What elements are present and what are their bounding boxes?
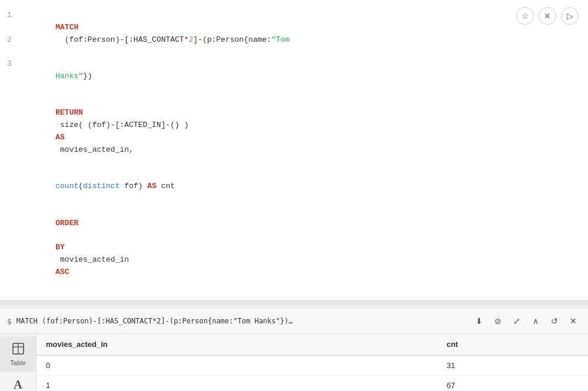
- pin-icon[interactable]: ⊘: [490, 313, 506, 329]
- sidebar: Table A Text </> Code: [0, 334, 36, 391]
- editor-icons: ☆ ✕ ▷: [516, 7, 579, 25]
- text-icon: A: [14, 378, 22, 391]
- sidebar-table-label: Table: [10, 359, 25, 366]
- line-numbers: 1 2 3: [0, 9, 19, 71]
- table-icon: [12, 342, 25, 358]
- main-content: Table A Text </> Code movies_acted_in cn…: [0, 334, 588, 391]
- download-icon[interactable]: ⬇: [471, 313, 487, 329]
- sidebar-item-table[interactable]: Table: [0, 336, 36, 372]
- collapse-icon[interactable]: ∧: [528, 313, 543, 329]
- expand-icon[interactable]: ⤢: [509, 313, 524, 329]
- table-area[interactable]: movies_acted_in cnt 03116722039415371121: [36, 334, 588, 391]
- star-icon[interactable]: ☆: [516, 7, 534, 25]
- table-row: 167: [36, 376, 588, 391]
- code-editor: 1 2 3 MATCH (fof:Person)-[:HAS_CONTACT*2…: [0, 0, 588, 300]
- play-icon[interactable]: ▷: [561, 7, 579, 25]
- close-icon[interactable]: ✕: [566, 313, 581, 329]
- cell-cnt: 67: [437, 376, 588, 391]
- results-table: movies_acted_in cnt 03116722039415371121: [36, 334, 588, 391]
- code-content: MATCH (fof:Person)-[:HAS_CONTACT*2]-(p:P…: [19, 9, 579, 290]
- table-container: movies_acted_in cnt 03116722039415371121…: [36, 334, 588, 391]
- sidebar-item-text[interactable]: A Text: [0, 372, 36, 391]
- refresh-icon[interactable]: ↺: [547, 313, 562, 329]
- query-text: MATCH (fof:Person)-[:HAS_CONTACT*2]-(p:P…: [16, 317, 467, 325]
- query-bar-icons: ⬇ ⊘ ⤢ ∧ ↺ ✕: [471, 313, 581, 329]
- table-body: 03116722039415371121: [36, 355, 588, 391]
- table-header-row: movies_acted_in cnt: [36, 334, 588, 355]
- section-divider: [0, 300, 588, 305]
- cell-movies-acted-in: 1: [36, 376, 437, 391]
- cell-movies-acted-in: 0: [36, 355, 437, 376]
- cell-cnt: 31: [437, 355, 588, 376]
- bottom-panel: $ MATCH (fof:Person)-[:HAS_CONTACT*2]-(p…: [0, 309, 588, 391]
- query-bar: $ MATCH (fof:Person)-[:HAS_CONTACT*2]-(p…: [0, 309, 588, 334]
- table-row: 031: [36, 355, 588, 376]
- close-icon[interactable]: ✕: [539, 7, 556, 25]
- col-header-movies-acted-in: movies_acted_in: [36, 334, 437, 355]
- query-dollar: $: [7, 317, 12, 326]
- col-header-cnt: cnt: [437, 334, 588, 355]
